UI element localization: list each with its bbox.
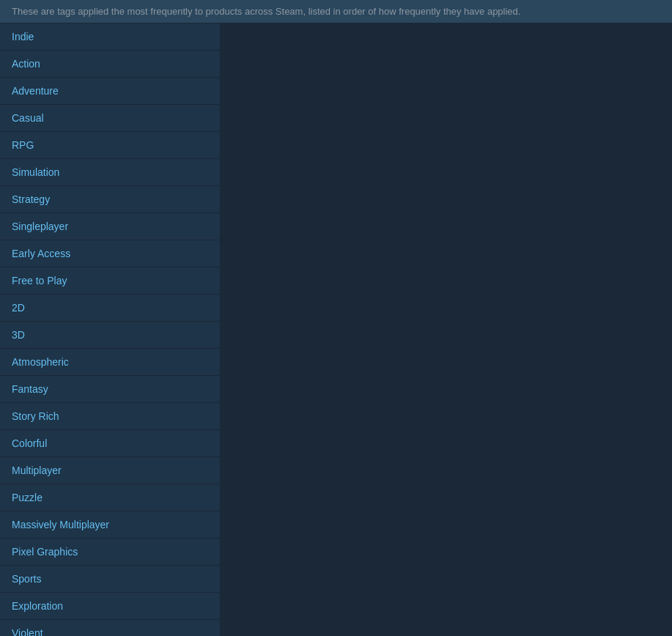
tag-item-casual[interactable]: Casual <box>0 105 220 132</box>
tag-item-massively-multiplayer[interactable]: Massively Multiplayer <box>0 511 220 539</box>
tag-item-free-to-play[interactable]: Free to Play <box>0 267 220 295</box>
tag-item-adventure[interactable]: Adventure <box>0 78 220 105</box>
tag-item-simulation[interactable]: Simulation <box>0 159 220 186</box>
tag-item-pixel-graphics[interactable]: Pixel Graphics <box>0 539 220 566</box>
tag-item-story-rich[interactable]: Story Rich <box>0 403 220 430</box>
tag-item-2d[interactable]: 2D <box>0 295 220 322</box>
tag-item-colorful[interactable]: Colorful <box>0 430 220 457</box>
tag-item-singleplayer[interactable]: Singleplayer <box>0 213 220 240</box>
tag-item-action[interactable]: Action <box>0 51 220 78</box>
tag-item-atmospheric[interactable]: Atmospheric <box>0 349 220 376</box>
tag-item-puzzle[interactable]: Puzzle <box>0 484 220 511</box>
tag-item-sports[interactable]: Sports <box>0 566 220 593</box>
tag-item-multiplayer[interactable]: Multiplayer <box>0 457 220 484</box>
tag-item-violent[interactable]: Violent <box>0 620 220 636</box>
tag-item-strategy[interactable]: Strategy <box>0 186 220 213</box>
description-text: These are tags applied the most frequent… <box>0 0 672 23</box>
tag-list: IndieActionAdventureCasualRPGSimulationS… <box>0 23 220 636</box>
tag-item-rpg[interactable]: RPG <box>0 132 220 159</box>
tag-item-3d[interactable]: 3D <box>0 322 220 349</box>
tag-item-early-access[interactable]: Early Access <box>0 240 220 267</box>
tag-item-indie[interactable]: Indie <box>0 23 220 51</box>
tag-item-fantasy[interactable]: Fantasy <box>0 376 220 403</box>
tag-item-exploration[interactable]: Exploration <box>0 593 220 620</box>
